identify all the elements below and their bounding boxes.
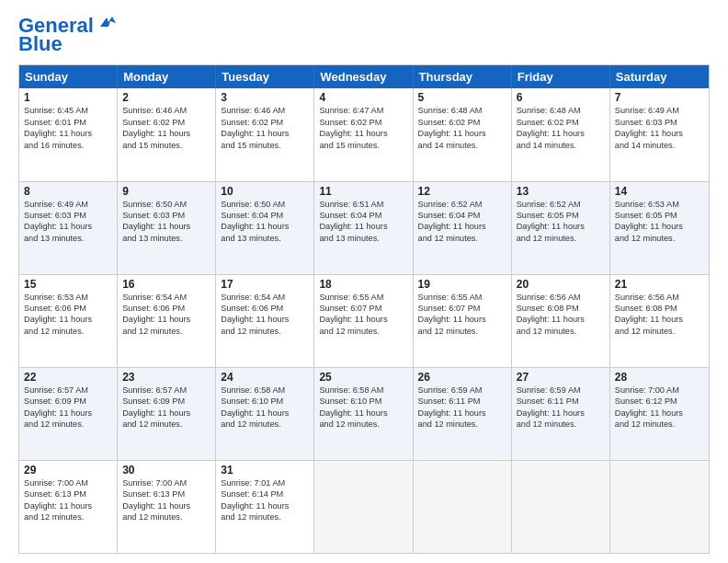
day-cell-13: 13Sunrise: 6:52 AM Sunset: 6:05 PM Dayli… [512, 182, 610, 274]
day-cell-23: 23Sunrise: 6:57 AM Sunset: 6:09 PM Dayli… [118, 368, 216, 460]
day-info: Sunrise: 6:58 AM Sunset: 6:10 PM Dayligh… [221, 385, 309, 431]
empty-cell [610, 461, 709, 553]
day-cell-28: 28Sunrise: 7:00 AM Sunset: 6:12 PM Dayli… [610, 368, 709, 460]
day-info: Sunrise: 6:56 AM Sunset: 6:08 PM Dayligh… [517, 292, 605, 338]
calendar-row-2: 15Sunrise: 6:53 AM Sunset: 6:06 PM Dayli… [19, 274, 709, 367]
day-info: Sunrise: 6:48 AM Sunset: 6:02 PM Dayligh… [517, 105, 605, 151]
day-number: 22 [24, 371, 112, 384]
calendar-row-3: 22Sunrise: 6:57 AM Sunset: 6:09 PM Dayli… [19, 367, 709, 460]
calendar-header: SundayMondayTuesdayWednesdayThursdayFrid… [19, 65, 709, 88]
day-info: Sunrise: 6:54 AM Sunset: 6:06 PM Dayligh… [122, 292, 210, 338]
day-cell-3: 3Sunrise: 6:46 AM Sunset: 6:02 PM Daylig… [216, 88, 314, 180]
day-number: 17 [221, 278, 309, 291]
svg-marker-0 [100, 17, 116, 27]
day-number: 10 [221, 185, 309, 198]
day-number: 1 [24, 91, 112, 104]
empty-cell [512, 461, 610, 553]
day-cell-17: 17Sunrise: 6:54 AM Sunset: 6:06 PM Dayli… [216, 275, 314, 367]
day-number: 23 [122, 371, 210, 384]
day-info: Sunrise: 6:49 AM Sunset: 6:03 PM Dayligh… [615, 105, 704, 151]
day-info: Sunrise: 6:45 AM Sunset: 6:01 PM Dayligh… [24, 105, 112, 151]
day-cell-30: 30Sunrise: 7:00 AM Sunset: 6:13 PM Dayli… [118, 461, 216, 553]
day-cell-11: 11Sunrise: 6:51 AM Sunset: 6:04 PM Dayli… [314, 182, 413, 274]
day-info: Sunrise: 7:01 AM Sunset: 6:14 PM Dayligh… [221, 477, 309, 523]
calendar: SundayMondayTuesdayWednesdayThursdayFrid… [18, 64, 710, 554]
day-info: Sunrise: 7:00 AM Sunset: 6:13 PM Dayligh… [24, 477, 112, 523]
day-cell-10: 10Sunrise: 6:50 AM Sunset: 6:04 PM Dayli… [216, 182, 314, 274]
day-cell-19: 19Sunrise: 6:55 AM Sunset: 6:07 PM Dayli… [414, 275, 512, 367]
day-cell-27: 27Sunrise: 6:59 AM Sunset: 6:11 PM Dayli… [512, 368, 610, 460]
day-cell-1: 1Sunrise: 6:45 AM Sunset: 6:01 PM Daylig… [19, 88, 118, 180]
day-number: 31 [221, 464, 309, 477]
logo-bird-icon [96, 14, 116, 30]
day-number: 21 [615, 278, 704, 291]
weekday-header-sunday: Sunday [19, 65, 118, 88]
day-number: 14 [615, 185, 704, 198]
day-number: 8 [24, 185, 112, 198]
day-number: 12 [418, 185, 506, 198]
empty-cell [314, 461, 413, 553]
day-cell-8: 8Sunrise: 6:49 AM Sunset: 6:03 PM Daylig… [19, 182, 118, 274]
day-info: Sunrise: 7:00 AM Sunset: 6:12 PM Dayligh… [615, 385, 704, 431]
day-cell-6: 6Sunrise: 6:48 AM Sunset: 6:02 PM Daylig… [512, 88, 610, 180]
empty-cell [414, 461, 512, 553]
weekday-header-tuesday: Tuesday [216, 65, 314, 88]
day-info: Sunrise: 6:55 AM Sunset: 6:07 PM Dayligh… [319, 292, 407, 338]
day-cell-12: 12Sunrise: 6:52 AM Sunset: 6:04 PM Dayli… [414, 182, 512, 274]
day-number: 6 [517, 91, 605, 104]
day-number: 13 [517, 185, 605, 198]
day-info: Sunrise: 6:59 AM Sunset: 6:11 PM Dayligh… [517, 385, 605, 431]
day-cell-22: 22Sunrise: 6:57 AM Sunset: 6:09 PM Dayli… [19, 368, 118, 460]
day-cell-21: 21Sunrise: 6:56 AM Sunset: 6:08 PM Dayli… [610, 275, 709, 367]
logo-blue: Blue [18, 33, 63, 55]
day-number: 24 [221, 371, 309, 384]
day-info: Sunrise: 6:57 AM Sunset: 6:09 PM Dayligh… [122, 385, 210, 431]
weekday-header-monday: Monday [118, 65, 216, 88]
day-info: Sunrise: 6:53 AM Sunset: 6:05 PM Dayligh… [615, 199, 704, 245]
day-cell-24: 24Sunrise: 6:58 AM Sunset: 6:10 PM Dayli… [216, 368, 314, 460]
day-cell-2: 2Sunrise: 6:46 AM Sunset: 6:02 PM Daylig… [118, 88, 216, 180]
day-info: Sunrise: 6:48 AM Sunset: 6:02 PM Dayligh… [418, 105, 506, 151]
calendar-row-1: 8Sunrise: 6:49 AM Sunset: 6:03 PM Daylig… [19, 181, 709, 274]
header: General Blue [18, 15, 710, 55]
day-cell-9: 9Sunrise: 6:50 AM Sunset: 6:03 PM Daylig… [118, 182, 216, 274]
day-cell-29: 29Sunrise: 7:00 AM Sunset: 6:13 PM Dayli… [19, 461, 118, 553]
day-info: Sunrise: 6:46 AM Sunset: 6:02 PM Dayligh… [221, 105, 309, 151]
day-cell-16: 16Sunrise: 6:54 AM Sunset: 6:06 PM Dayli… [118, 275, 216, 367]
day-info: Sunrise: 6:56 AM Sunset: 6:08 PM Dayligh… [615, 292, 704, 338]
day-number: 15 [24, 278, 112, 291]
day-info: Sunrise: 6:50 AM Sunset: 6:03 PM Dayligh… [122, 199, 210, 245]
day-cell-15: 15Sunrise: 6:53 AM Sunset: 6:06 PM Dayli… [19, 275, 118, 367]
day-info: Sunrise: 6:51 AM Sunset: 6:04 PM Dayligh… [319, 199, 407, 245]
day-number: 18 [319, 278, 407, 291]
calendar-body: 1Sunrise: 6:45 AM Sunset: 6:01 PM Daylig… [19, 88, 709, 553]
calendar-row-0: 1Sunrise: 6:45 AM Sunset: 6:01 PM Daylig… [19, 88, 709, 180]
day-info: Sunrise: 6:55 AM Sunset: 6:07 PM Dayligh… [418, 292, 506, 338]
day-number: 5 [418, 91, 506, 104]
day-number: 19 [418, 278, 506, 291]
day-info: Sunrise: 6:49 AM Sunset: 6:03 PM Dayligh… [24, 199, 112, 245]
day-info: Sunrise: 6:59 AM Sunset: 6:11 PM Dayligh… [418, 385, 506, 431]
day-number: 7 [615, 91, 704, 104]
day-cell-18: 18Sunrise: 6:55 AM Sunset: 6:07 PM Dayli… [314, 275, 413, 367]
day-number: 30 [122, 464, 210, 477]
day-number: 25 [319, 371, 407, 384]
day-info: Sunrise: 7:00 AM Sunset: 6:13 PM Dayligh… [122, 477, 210, 523]
day-cell-25: 25Sunrise: 6:58 AM Sunset: 6:10 PM Dayli… [314, 368, 413, 460]
day-number: 27 [517, 371, 605, 384]
day-cell-5: 5Sunrise: 6:48 AM Sunset: 6:02 PM Daylig… [414, 88, 512, 180]
logo: General Blue [18, 15, 116, 55]
weekday-header-friday: Friday [512, 65, 610, 88]
day-info: Sunrise: 6:58 AM Sunset: 6:10 PM Dayligh… [319, 385, 407, 431]
day-info: Sunrise: 6:52 AM Sunset: 6:04 PM Dayligh… [418, 199, 506, 245]
day-number: 29 [24, 464, 112, 477]
weekday-header-thursday: Thursday [414, 65, 512, 88]
logo-blue-text: Blue [18, 32, 63, 55]
day-info: Sunrise: 6:57 AM Sunset: 6:09 PM Dayligh… [24, 385, 112, 431]
day-cell-7: 7Sunrise: 6:49 AM Sunset: 6:03 PM Daylig… [610, 88, 709, 180]
day-number: 26 [418, 371, 506, 384]
day-number: 4 [319, 91, 407, 104]
day-number: 20 [517, 278, 605, 291]
day-cell-14: 14Sunrise: 6:53 AM Sunset: 6:05 PM Dayli… [610, 182, 709, 274]
day-info: Sunrise: 6:47 AM Sunset: 6:02 PM Dayligh… [319, 105, 407, 151]
